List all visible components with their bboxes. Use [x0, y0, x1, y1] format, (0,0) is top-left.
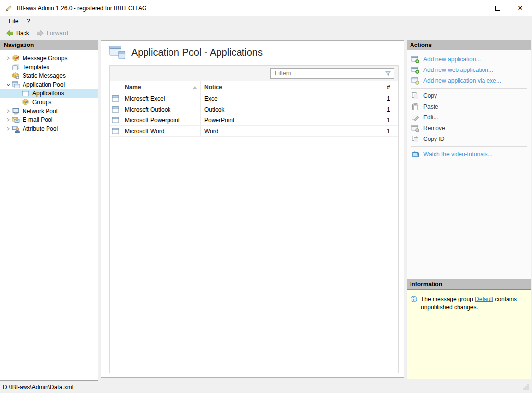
table-row[interactable]: Microsoft Word Word 1: [110, 126, 398, 137]
copy-id-button[interactable]: Copy ID: [407, 134, 531, 144]
information-content: The message group Default contains unpub…: [407, 290, 531, 379]
table-row[interactable]: Microsoft Outlook Outlook 1: [110, 104, 398, 115]
sidebar-item-network-pool[interactable]: Network Pool: [0, 107, 98, 116]
action-label: Copy: [423, 92, 437, 99]
expand-chevron-right-icon[interactable]: [4, 127, 12, 131]
expand-chevron-right-icon[interactable]: [4, 109, 12, 113]
paste-button[interactable]: Paste: [407, 101, 531, 112]
filter-input[interactable]: [271, 70, 382, 77]
sidebar-item-groups[interactable]: Groups: [0, 98, 98, 107]
notice-column-label: Notice: [204, 84, 222, 91]
message-groups-icon: [12, 54, 20, 62]
page-title: Application Pool - Applications: [131, 47, 263, 58]
app-window: IBI-aws Admin 1.26.0 - registered for IB…: [0, 0, 532, 393]
application-pool-icon: [12, 81, 20, 89]
maximize-button[interactable]: [486, 0, 509, 16]
row-cell-icon: [110, 126, 121, 136]
menu-help[interactable]: ?: [23, 17, 35, 25]
splitter-grip-icon: [466, 277, 467, 277]
remove-button[interactable]: Remove: [407, 123, 531, 134]
application-window-icon: [112, 106, 119, 113]
forward-label: Forward: [47, 30, 68, 37]
forward-arrow-icon: [36, 29, 44, 37]
email-pool-icon: [12, 116, 20, 124]
sidebar-item-static-messages[interactable]: Static Messages: [0, 71, 98, 80]
name-column-label: Name: [125, 84, 141, 91]
notice-column-header[interactable]: Notice: [201, 81, 383, 93]
action-label: Add new web application...: [423, 67, 493, 73]
table-row[interactable]: Microsoft Powerpoint PowerPoint 1: [110, 115, 398, 126]
sidebar-item-label: Applications: [32, 90, 64, 97]
expand-chevron-right-icon[interactable]: [4, 56, 12, 60]
minimize-button[interactable]: [464, 0, 486, 16]
add-new-application-link[interactable]: Add new application...: [407, 54, 531, 65]
icon-column-header[interactable]: [110, 81, 121, 93]
maximize-icon: [495, 6, 500, 11]
video-tutorials-icon: [411, 150, 419, 158]
row-cell-count: 1: [383, 126, 398, 136]
default-message-group-link[interactable]: Default: [475, 296, 493, 302]
name-column-header[interactable]: Name: [121, 81, 201, 93]
window-title: IBI-aws Admin 1.26.0 - registered for IB…: [17, 5, 464, 12]
row-cell-count: 1: [383, 93, 398, 104]
copy-id-icon: [411, 135, 419, 143]
sidebar-item-attribute-pool[interactable]: Attribute Pool: [0, 124, 98, 133]
action-label: Add new application via exe...: [423, 77, 501, 84]
table-header: Name Notice #: [110, 81, 398, 93]
count-column-label: #: [387, 84, 390, 91]
add-new-application-via-exe-link[interactable]: Add new application via exe...: [407, 75, 531, 86]
sidebar-item-label: E-mail Pool: [23, 116, 52, 123]
row-cell-count: 1: [383, 115, 398, 125]
menu-file[interactable]: File: [4, 17, 23, 25]
copy-icon: [411, 92, 419, 100]
forward-button[interactable]: Forward: [33, 28, 72, 38]
sidebar-item-message-groups[interactable]: Message Groups: [0, 54, 98, 63]
expand-chevron-right-icon[interactable]: [4, 118, 12, 122]
row-cell-name: Microsoft Powerpoint: [121, 115, 201, 125]
row-cell-notice: Outlook: [201, 104, 383, 115]
application-window-icon: [112, 95, 119, 102]
content-panel: Application Pool - Applications: [101, 40, 404, 378]
row-cell-icon: [110, 104, 121, 115]
sidebar-item-application-pool[interactable]: Application Pool: [0, 80, 98, 89]
watch-video-tutorials-link[interactable]: Watch the video-tutorials...: [407, 149, 531, 160]
back-arrow-icon: [6, 29, 14, 37]
filter-funnel-icon[interactable]: [382, 70, 394, 77]
menubar: File ?: [0, 16, 532, 26]
navigation-panel: Navigation Message Groups: [0, 40, 98, 381]
sidebar-item-label: Network Pool: [23, 108, 57, 115]
actions-separator: [411, 146, 527, 147]
sidebar-item-applications[interactable]: Applications: [0, 89, 98, 98]
info-text-before: The message group: [421, 296, 475, 302]
toolbar: Back Forward: [0, 26, 532, 40]
copy-button[interactable]: Copy: [407, 91, 531, 101]
row-cell-name: Microsoft Excel: [121, 93, 201, 104]
back-button[interactable]: Back: [2, 28, 33, 38]
edit-icon: [411, 114, 419, 121]
close-icon: ✕: [518, 5, 523, 11]
table-row[interactable]: Microsoft Excel Excel 1: [110, 93, 398, 104]
collapse-chevron-down-icon[interactable]: [4, 83, 12, 87]
application-window-icon: [112, 117, 119, 123]
applications-list-box: Name Notice #: [109, 65, 399, 373]
sidebar-item-label: Templates: [23, 64, 49, 70]
static-messages-icon: [12, 72, 20, 80]
sidebar-item-email-pool[interactable]: E-mail Pool: [0, 116, 98, 124]
count-column-header[interactable]: #: [383, 81, 398, 93]
network-pool-icon: [12, 107, 20, 115]
sort-ascending-icon: [193, 86, 197, 89]
resize-grip[interactable]: [523, 384, 529, 390]
actions-panel: Actions Add new application...: [407, 40, 531, 379]
add-application-exe-icon: [411, 77, 419, 85]
edit-button[interactable]: Edit...: [407, 112, 531, 123]
action-label: Edit...: [423, 114, 438, 121]
add-web-application-icon: [411, 66, 419, 74]
info-icon: [411, 296, 417, 302]
sidebar-item-label: Groups: [32, 99, 51, 106]
panel-splitter[interactable]: [407, 274, 531, 279]
add-new-web-application-link[interactable]: Add new web application...: [407, 65, 531, 75]
application-pool-header-icon: [109, 45, 126, 60]
close-button[interactable]: ✕: [509, 0, 532, 16]
sidebar-item-templates[interactable]: Templates: [0, 63, 98, 71]
table-empty-area: [110, 137, 398, 373]
